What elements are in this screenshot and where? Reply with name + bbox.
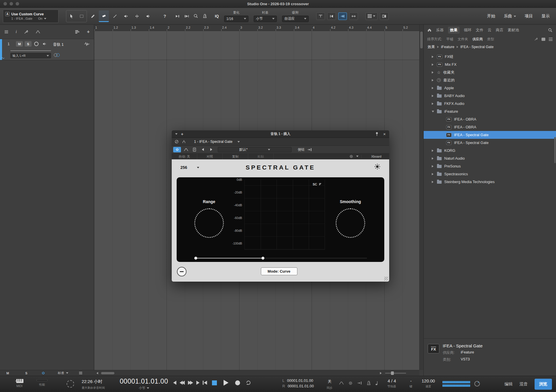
start-page-button[interactable]: 开始 bbox=[487, 14, 495, 19]
quarter-note-icon[interactable] bbox=[375, 381, 378, 385]
follow-playhead-icon[interactable] bbox=[175, 14, 180, 19]
zoom-q-icon[interactable] bbox=[193, 14, 198, 19]
xboard-button[interactable]: Xboard bbox=[361, 155, 386, 158]
mute-tool-button[interactable] bbox=[121, 10, 131, 22]
copy-button[interactable]: 复制 bbox=[223, 154, 248, 159]
eraser-tool-button[interactable] bbox=[99, 10, 109, 22]
key-display[interactable]: - 键 bbox=[409, 378, 412, 389]
mute-button[interactable]: M bbox=[16, 41, 23, 47]
record-button[interactable] bbox=[235, 380, 240, 385]
metronome-icon[interactable] bbox=[367, 381, 371, 385]
auto-scroll-button[interactable] bbox=[338, 12, 347, 20]
plugin-slot-dropdown[interactable]: 1 - IFEA - Spectral Gate bbox=[194, 140, 233, 144]
record-arm-button[interactable] bbox=[34, 42, 39, 46]
smoothing-knob[interactable] bbox=[336, 208, 365, 238]
edit-view-button[interactable]: 编辑 bbox=[504, 382, 513, 387]
sidechain-input-icon[interactable] bbox=[306, 147, 313, 152]
macro-control-button[interactable]: A Use Custom Curve 1 - IFEA ..Gate On bbox=[3, 10, 58, 23]
range-knob[interactable] bbox=[194, 208, 224, 238]
expand-icon[interactable] bbox=[432, 63, 434, 66]
sort-folder[interactable]: 文件夹 bbox=[458, 37, 468, 42]
vertical-scroll-thumb[interactable] bbox=[420, 32, 423, 48]
home-icon[interactable] bbox=[427, 28, 432, 32]
return-to-start-button[interactable] bbox=[203, 381, 207, 385]
sidechain-toggle[interactable]: SC bbox=[313, 183, 322, 186]
breadcrumb-plugin[interactable]: IFEA - Spectral Gate bbox=[460, 45, 494, 49]
grid-layout-button[interactable] bbox=[365, 12, 378, 20]
sidechain-label[interactable]: 侧链 bbox=[298, 147, 305, 152]
list-options-icon[interactable] bbox=[79, 371, 83, 375]
position-unit[interactable]: 小节 bbox=[139, 386, 145, 390]
expand-icon[interactable] bbox=[432, 181, 434, 183]
resize-grip[interactable] bbox=[384, 277, 388, 280]
compare-button[interactable]: 对照 bbox=[197, 154, 223, 159]
sync-toggle[interactable]: 关 同步 bbox=[327, 379, 332, 390]
tree-item-recent[interactable]: 最近的 bbox=[424, 76, 556, 84]
zoom-slider-handle[interactable] bbox=[391, 371, 394, 375]
tab-pool[interactable]: 素材池 bbox=[508, 28, 519, 33]
tab-instruments[interactable]: 乐器 bbox=[436, 28, 444, 33]
tree-item-fx-chains[interactable]: FX链 bbox=[424, 53, 556, 61]
tree-item-spectrasonics[interactable]: Spectrasonics bbox=[424, 170, 556, 178]
metronome-icon[interactable] bbox=[202, 14, 207, 19]
mix-view-button[interactable]: 混音 bbox=[520, 382, 528, 387]
tree-item-apple[interactable]: Apple bbox=[424, 84, 556, 92]
search-icon[interactable] bbox=[548, 28, 553, 32]
timeline-ruler[interactable]: 1 1.2 1.3 1.4 2 2.2 2.3 2.4 3 3.2 3.3 3.… bbox=[94, 25, 419, 31]
expand-icon[interactable] bbox=[432, 103, 434, 105]
next-preset-button[interactable] bbox=[208, 147, 215, 152]
previous-preset-button[interactable] bbox=[199, 147, 206, 152]
browser-scroll-thumb[interactable] bbox=[554, 137, 556, 163]
performance-indicator[interactable]: 性能 bbox=[36, 380, 47, 387]
timebase-dropdown[interactable]: 小节 bbox=[254, 16, 277, 22]
slider-handle-high[interactable] bbox=[261, 257, 264, 260]
automation-mode-button[interactable]: 自动: 关 bbox=[172, 154, 197, 159]
split-tool-button[interactable] bbox=[132, 10, 142, 22]
loop-range-display[interactable]: L00001.01.01.00 R00001.01.01.00 bbox=[282, 378, 314, 389]
track-mode-dropdown[interactable]: 标准 bbox=[58, 371, 68, 375]
automation-curve-icon[interactable] bbox=[35, 30, 41, 34]
browse-view-button[interactable]: 浏览 bbox=[535, 379, 552, 390]
stop-button[interactable] bbox=[212, 380, 217, 385]
snap-guide-button[interactable] bbox=[316, 12, 325, 20]
spectral-display[interactable]: 0dB -20dB -40dB -60dB -80dB -100dB SC Ra… bbox=[177, 177, 384, 262]
horizontal-scroll-thumb[interactable] bbox=[101, 372, 114, 374]
song-page-button[interactable]: 乐曲 bbox=[504, 14, 516, 19]
expand-icon[interactable] bbox=[432, 56, 434, 58]
inspector-icon[interactable]: i bbox=[16, 29, 17, 34]
tree-item-naturl-audio[interactable]: Naturl Audio bbox=[424, 154, 556, 162]
loop-button[interactable] bbox=[245, 380, 252, 386]
corner-expand-icon[interactable] bbox=[319, 183, 322, 186]
track-header-1[interactable]: 1 M S 音轨 1 输入 L+R bbox=[0, 39, 94, 60]
close-icon[interactable]: × bbox=[383, 132, 386, 136]
crossfade-button[interactable] bbox=[349, 12, 358, 20]
preset-dropdown[interactable]: 默认* bbox=[218, 147, 292, 152]
list-view-icon[interactable] bbox=[549, 38, 553, 41]
quantize-dropdown[interactable]: 1/16 bbox=[224, 16, 248, 22]
expand-icon[interactable] bbox=[432, 149, 434, 152]
bypass-all-icon[interactable] bbox=[174, 139, 179, 144]
tree-item-ifea-obra-1[interactable]: IFEA - OBRA bbox=[424, 115, 556, 123]
add-track-button[interactable]: + bbox=[87, 29, 90, 35]
preset-file-button[interactable] bbox=[191, 147, 198, 152]
previous-marker-button[interactable] bbox=[173, 381, 176, 385]
mode-button[interactable]: Mode: Curve bbox=[261, 267, 297, 275]
tree-item-steinberg[interactable]: Steinberg Media Technologies bbox=[424, 178, 556, 186]
zoom-slider[interactable] bbox=[385, 373, 406, 373]
paste-button[interactable]: 粘贴 bbox=[248, 154, 274, 159]
tab-files[interactable]: 文件 bbox=[476, 28, 483, 33]
expand-icon[interactable] bbox=[432, 71, 434, 74]
pin-icon[interactable] bbox=[375, 132, 379, 136]
tab-shop[interactable]: 商店 bbox=[496, 28, 503, 33]
slider-handle-low[interactable] bbox=[194, 257, 197, 260]
tree-item-presonus[interactable]: PreSonus bbox=[424, 162, 556, 170]
frequency-range-slider[interactable] bbox=[177, 256, 384, 260]
tree-item-ifea-obra-2[interactable]: IFEA - OBRA bbox=[424, 123, 556, 131]
tab-effects[interactable]: 效果 bbox=[448, 27, 460, 34]
scroll-left-icon[interactable] bbox=[96, 372, 98, 374]
spectrum-graph[interactable] bbox=[244, 180, 325, 250]
follow-scroll-icon[interactable] bbox=[184, 14, 189, 19]
track-name[interactable]: 音轨 1 bbox=[53, 42, 64, 47]
tree-item-baby-audio[interactable]: BABY Audio bbox=[424, 92, 556, 100]
sort-flat[interactable]: 平铺 bbox=[446, 37, 453, 42]
